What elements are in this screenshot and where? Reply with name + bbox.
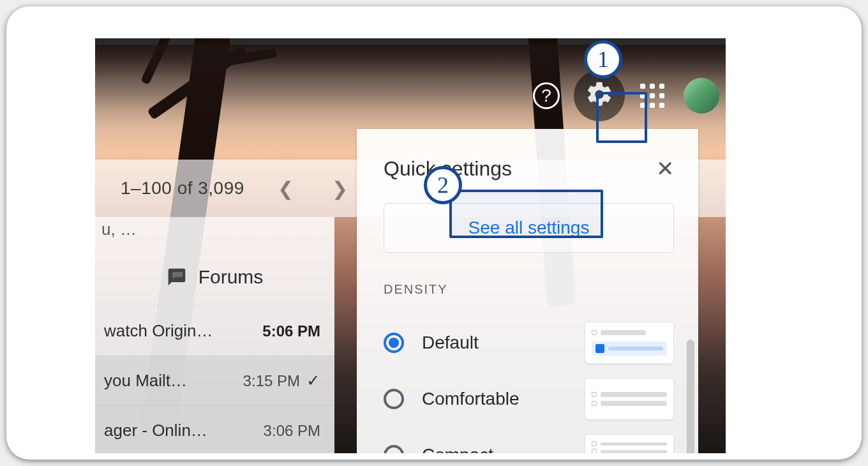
see-all-settings-button[interactable]: See all settings (453, 209, 605, 247)
density-label: Compact (422, 445, 585, 453)
density-preview-default (585, 322, 674, 364)
radio-icon (384, 389, 404, 409)
radio-selected-icon (384, 333, 404, 353)
partial-text: u, … (95, 217, 334, 248)
message-time: 5:06 PM (262, 322, 320, 340)
panel-scrollbar[interactable] (687, 340, 694, 453)
quick-settings-panel: Quick settings ✕ See all settings DENSIT… (357, 129, 698, 453)
forums-icon (167, 267, 187, 287)
apps-button[interactable] (632, 76, 672, 116)
next-page-button[interactable]: ❯ (327, 177, 353, 200)
browser-top-bar (95, 38, 726, 45)
message-row[interactable]: watch Origin… 5:06 PM (95, 306, 334, 356)
gear-icon (585, 80, 614, 112)
quick-settings-title: Quick settings (384, 157, 512, 181)
account-avatar[interactable] (684, 78, 719, 114)
tab-label: Forums (198, 266, 264, 288)
prev-page-button[interactable]: ❮ (273, 177, 299, 200)
apps-grid-icon (640, 83, 665, 109)
density-option-default[interactable]: Default (384, 315, 674, 371)
pagination-count: 1–100 of 3,099 (121, 178, 244, 199)
help-button[interactable]: ? (527, 76, 566, 116)
instruction-card: ? 1–100 of 3,099 ❮ ❯ u, (6, 6, 862, 460)
header-actions: ? (527, 70, 719, 121)
message-subject: ager - Onlin… (104, 421, 207, 440)
density-option-comfortable[interactable]: Comfortable (384, 371, 674, 427)
check-icon: ✓ (306, 371, 320, 391)
message-subject: watch Origin… (104, 321, 213, 341)
density-option-compact[interactable]: Compact (384, 427, 674, 453)
category-tab-forums[interactable]: Forums (95, 248, 334, 306)
density-label: Default (422, 333, 585, 353)
message-row[interactable]: you Mailt… 3:15 PM ✓ (95, 356, 334, 405)
message-time: 3:15 PM (243, 372, 300, 390)
density-preview-compact (585, 434, 674, 453)
radio-icon (384, 445, 404, 453)
message-list: u, … Forums watch Origin… 5:06 PM you Ma… (95, 217, 334, 453)
screenshot-viewport: ? 1–100 of 3,099 ❮ ❯ u, (95, 38, 726, 453)
message-row[interactable]: ager - Onlin… 3:06 PM (95, 405, 334, 453)
density-preview-comfortable (585, 378, 674, 420)
settings-button[interactable] (574, 70, 625, 121)
message-time: 3:06 PM (264, 422, 320, 440)
see-all-settings-row: See all settings (384, 203, 674, 253)
help-icon: ? (533, 82, 560, 109)
density-section-label: DENSITY (384, 282, 674, 297)
close-button[interactable]: ✕ (656, 156, 674, 181)
density-label: Comfortable (422, 389, 585, 409)
message-subject: you Mailt… (104, 371, 187, 391)
